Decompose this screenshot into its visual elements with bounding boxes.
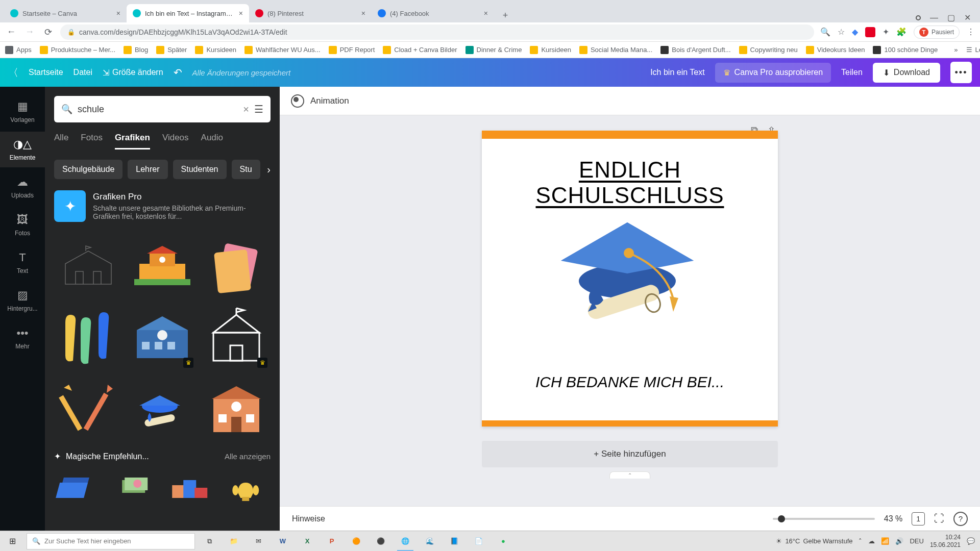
graphic-item[interactable] [54,233,123,299]
try-pro-button[interactable]: ♛ Canva Pro ausprobieren [715,63,831,83]
zoom-value[interactable]: 43 % [884,514,902,523]
bookmark-item[interactable]: Später [156,46,187,54]
rail-photos[interactable]: 🖼Fotos [0,207,45,243]
bookmark-item[interactable]: 100 schöne Dinge [873,46,938,54]
graphic-item[interactable] [54,305,123,371]
account-indicator-icon[interactable] [916,15,921,20]
maximize-icon[interactable]: ▢ [947,13,955,22]
back-button[interactable]: ← [5,27,17,37]
file-menu[interactable]: Datei [74,68,92,77]
bookmark-item[interactable]: Produktsuche – Mer... [40,46,115,54]
extension-icon[interactable]: ✦ [883,27,889,37]
kebab-menu-icon[interactable]: ⋮ [967,27,975,37]
chip-partial[interactable]: Stu [232,160,260,179]
reading-list-button[interactable]: ☰Leseliste [966,46,980,54]
zoom-slider[interactable] [773,518,875,520]
volume-icon[interactable]: 🔊 [895,537,903,545]
explorer-icon[interactable]: 📁 [222,531,246,551]
elements-search[interactable]: 🔍 × ☰ [54,96,271,122]
notes-handle[interactable]: ⌃ [609,471,650,479]
extensions-menu-icon[interactable]: 🧩 [896,27,906,37]
home-link[interactable]: Startseite [29,68,63,77]
start-button[interactable]: ⊞ [0,531,24,551]
graphics-pro-card[interactable]: ✦ Grafiken Pro Schalte unsere gesamte Bi… [54,190,271,222]
bookmark-item[interactable]: Dinner & Crime [465,46,522,54]
close-icon[interactable]: × [361,9,365,17]
app-icon[interactable]: 📘 [442,531,467,551]
chrome-icon[interactable]: 🌐 [393,531,418,551]
close-icon[interactable]: × [484,9,488,17]
graphic-item[interactable] [202,376,271,442]
reload-button[interactable]: ⟳ [42,27,54,38]
graphic-item[interactable] [202,233,271,299]
show-all-link[interactable]: Alle anzeigen [225,452,271,461]
clear-icon[interactable]: × [243,104,249,115]
bookmarks-overflow-icon[interactable]: » [954,46,958,54]
rail-elements[interactable]: ◑△Elemente [0,132,45,167]
hints-button[interactable]: Hinweise [292,514,325,523]
url-input[interactable]: 🔒 canva.com/design/DAEhbzjcggM/Klh15LaV3… [60,24,814,40]
chip-schulgebaeude[interactable]: Schulgebäude [54,160,122,179]
bookmark-item[interactable]: Cload + Canva Bilder [383,46,457,54]
animation-button[interactable]: Animation [310,96,349,106]
onedrive-icon[interactable]: ☁ [868,537,875,545]
task-view-icon[interactable]: ⧉ [197,531,222,551]
filter-icon[interactable]: ☰ [254,103,263,115]
help-icon[interactable]: ? [953,512,968,526]
rail-more[interactable]: •••Mehr [0,320,45,356]
download-button[interactable]: ⬇ Download [873,63,940,83]
excel-icon[interactable]: X [295,531,320,551]
tray-chevron-icon[interactable]: ˄ [859,537,862,545]
bookmark-item[interactable]: Blog [124,46,148,54]
resize-button[interactable]: ⇲ Größe ändern [103,68,163,78]
graphic-item[interactable] [54,376,123,442]
profile-paused-chip[interactable]: T Pausiert [914,26,960,39]
rail-background[interactable]: ▨Hintergru... [0,283,45,318]
bookmark-star-icon[interactable]: ☆ [838,27,845,37]
graduation-cap-graphic[interactable] [538,192,722,355]
document-title[interactable]: Ich bin ein Text [650,68,704,77]
bookmark-item[interactable]: Social Media Mana... [579,46,652,54]
browser-tab[interactable]: Startseite – Canva × [4,4,127,22]
powerpoint-icon[interactable]: P [320,531,344,551]
tab-audio[interactable]: Audio [201,133,223,149]
bookmark-item[interactable]: Copywriting neu [739,46,798,54]
graphic-item[interactable] [220,467,271,503]
slider-thumb[interactable] [778,515,785,522]
language-indicator[interactable]: DEU [910,537,923,545]
rail-text[interactable]: TText [0,245,45,281]
bookmark-item[interactable]: Kursideen [195,46,236,54]
bookmark-item[interactable]: PDF Report [329,46,375,54]
graphic-item[interactable] [165,467,215,503]
graphic-item[interactable] [128,233,197,299]
fullscreen-icon[interactable]: ⛶ [934,513,944,524]
graphic-item[interactable] [54,467,105,503]
zoom-lens-icon[interactable]: 🔍 [820,27,830,37]
close-icon[interactable]: × [116,9,120,17]
wifi-icon[interactable]: 📶 [881,537,889,545]
chips-scroll-right-icon[interactable]: › [267,164,271,176]
tab-photos[interactable]: Fotos [81,133,103,149]
tab-graphics[interactable]: Grafiken [115,133,150,149]
close-icon[interactable]: × [239,9,243,17]
mail-icon[interactable]: ✉ [246,531,271,551]
search-input[interactable] [78,104,238,115]
page-indicator[interactable]: 1 [912,512,925,525]
design-subline[interactable]: ICH BEDANKE MICH BEI... [482,373,778,391]
bookmark-item[interactable]: Kursideen [530,46,571,54]
graphic-item[interactable] [128,376,197,442]
share-button[interactable]: Teilen [841,68,863,77]
bookmark-item[interactable]: Apps [5,46,32,54]
spotify-icon[interactable]: ● [491,531,516,551]
clock[interactable]: 10:24 15.06.2021 [930,534,961,548]
taskbar-search[interactable]: 🔍 Zur Suche Text hier eingeben [27,533,195,549]
app-icon[interactable]: 🟠 [344,531,369,551]
rail-uploads[interactable]: ☁Uploads [0,169,45,205]
app-icon[interactable]: 📄 [467,531,491,551]
graphic-item[interactable]: ♛ [128,305,197,371]
chip-lehrer[interactable]: Lehrer [128,160,167,179]
word-icon[interactable]: W [271,531,295,551]
rail-templates[interactable]: ▦Vorlagen [0,94,45,130]
design-page[interactable]: ENDLICH SCHULSCHLUSS ICH BEDANKE MICH BE… [482,131,778,427]
new-tab-button[interactable]: + [498,8,512,22]
